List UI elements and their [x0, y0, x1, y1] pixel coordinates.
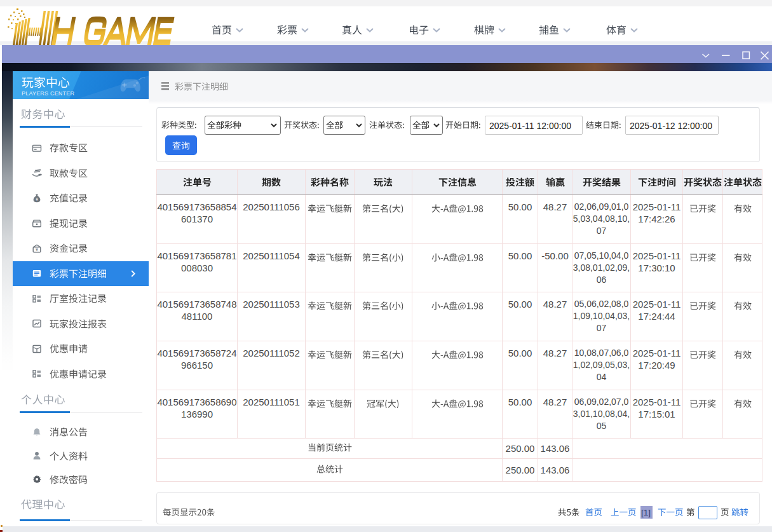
- svg-text:¥: ¥: [36, 247, 38, 252]
- svg-text:¥: ¥: [36, 196, 38, 201]
